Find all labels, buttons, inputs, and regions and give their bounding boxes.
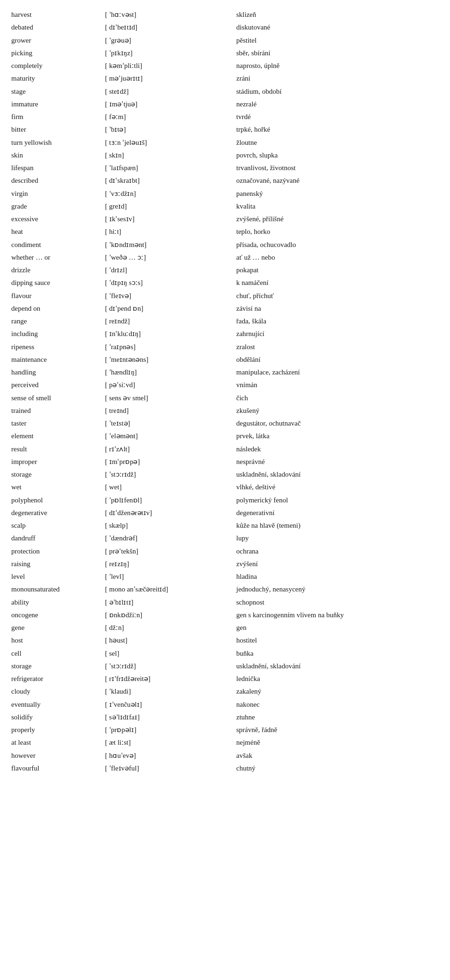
word-cell: properly xyxy=(9,724,103,736)
phonetic-cell: [ məˈjuərɪtɪ] xyxy=(103,72,234,85)
translation-cell: lednička xyxy=(234,673,441,685)
translation-cell: schopnost xyxy=(234,596,441,609)
phonetic-cell: [ ˈhændlɪŋ] xyxy=(103,366,234,379)
translation-cell: následek xyxy=(234,443,441,456)
phonetic-cell: [ skɪn] xyxy=(103,149,234,162)
phonetic-cell: [ æt liːst] xyxy=(103,736,234,749)
table-row: oncogene[ ɒnkɒdžiːn]gen s karcinogenním … xyxy=(9,609,441,621)
phonetic-cell: [ sens əv smel] xyxy=(103,392,234,404)
word-cell: excessive xyxy=(9,213,103,225)
word-cell: grade xyxy=(9,200,103,213)
translation-cell: trpké, hořké xyxy=(234,123,441,136)
phonetic-cell: [ treɪnd] xyxy=(103,404,234,417)
table-row: improper[ ɪmˈprɒpə]nesprávné xyxy=(9,456,441,468)
word-cell: wet xyxy=(9,481,103,494)
table-row: flavour[ ˈfleɪvə]chuť, příchuť xyxy=(9,290,441,302)
word-cell: stage xyxy=(9,85,103,98)
table-row: however[ hɑuˈevə]avšak xyxy=(9,749,441,762)
phonetic-cell: [ ˈraɪpnəs] xyxy=(103,341,234,353)
phonetic-cell: [ ˈklaudi] xyxy=(103,685,234,698)
word-cell: oncogene xyxy=(9,609,103,621)
word-cell: sense of smell xyxy=(9,392,103,404)
phonetic-cell: [ ˈdɪpɪŋ sɔːs] xyxy=(103,277,234,289)
translation-cell: ochrana xyxy=(234,545,441,558)
table-row: host[ həust]hostitel xyxy=(9,634,441,647)
table-row: level[ ˈlevl]hladina xyxy=(9,570,441,583)
translation-cell: jednoduchý, nenasycený xyxy=(234,583,441,596)
word-cell: handling xyxy=(9,366,103,379)
word-cell: skin xyxy=(9,149,103,162)
table-row: perceived[ pəˈsiːvd]vnímán xyxy=(9,379,441,391)
phonetic-cell: [ kəmˈpliːtli] xyxy=(103,60,234,72)
table-row: at least[ æt liːst]nejméně xyxy=(9,736,441,749)
translation-cell: nakonec xyxy=(234,698,441,711)
word-cell: condiment xyxy=(9,239,103,251)
translation-cell: uskladnění, skladování xyxy=(234,468,441,481)
translation-cell: lupy xyxy=(234,532,441,545)
word-cell: degenerative xyxy=(9,507,103,519)
table-row: gene[ džːn]gen xyxy=(9,621,441,634)
phonetic-cell: [ ˈweðə … ɔː] xyxy=(103,251,234,264)
translation-cell: tvrdé xyxy=(234,111,441,123)
table-row: ability[ əˈbɪlɪtɪ]schopnost xyxy=(9,596,441,609)
translation-cell: zakalený xyxy=(234,685,441,698)
phonetic-cell: [ ˈpɪkɪŋz] xyxy=(103,47,234,60)
word-cell: monounsaturated xyxy=(9,583,103,596)
phonetic-cell: [ dɪˈbeɪtɪd] xyxy=(103,21,234,34)
phonetic-cell: [ rɪˈzʌlt] xyxy=(103,443,234,456)
phonetic-cell: [ əˈbɪlɪtɪ] xyxy=(103,596,234,609)
table-row: dipping sauce[ ˈdɪpɪŋ sɔːs]k namáčení xyxy=(9,277,441,289)
translation-cell: avšak xyxy=(234,749,441,762)
table-row: completely[ kəmˈpliːtli]naprosto, úplně xyxy=(9,60,441,72)
vocabulary-table: harvest[ ˈhɑːvəst]sklizeňdebated[ dɪˈbeɪ… xyxy=(9,8,441,775)
word-cell: taster xyxy=(9,417,103,430)
table-row: raising[ reɪzɪŋ]zvýšení xyxy=(9,558,441,570)
translation-cell: degenerativní xyxy=(234,507,441,519)
word-cell: however xyxy=(9,749,103,762)
table-row: storage[ ˈstɔːrɪdž]uskladnění, skladován… xyxy=(9,468,441,481)
phonetic-cell: [ ˈstɔːrɪdž] xyxy=(103,660,234,673)
table-row: excessive[ ɪkˈsesɪv]zvýšené, přílišné xyxy=(9,213,441,225)
translation-cell: panenský xyxy=(234,187,441,200)
phonetic-cell: [ ˈteɪstə] xyxy=(103,417,234,430)
translation-cell: ať už … nebo xyxy=(234,251,441,264)
table-row: including[ ɪnˈkluːdɪŋ]zahrnující xyxy=(9,328,441,340)
phonetic-cell: [ steɪdž] xyxy=(103,85,234,98)
translation-cell: polymerický fenol xyxy=(234,494,441,507)
table-row: taster[ ˈteɪstə]degustátor, ochutnavač xyxy=(9,417,441,430)
phonetic-cell: [ ˈeləmənt] xyxy=(103,430,234,442)
word-cell: eventually xyxy=(9,698,103,711)
phonetic-cell: [ mono anˈsæčəreitɪd] xyxy=(103,583,234,596)
translation-cell: čich xyxy=(234,392,441,404)
table-row: properly[ ˈprɒpəlɪ]správně, řádně xyxy=(9,724,441,736)
phonetic-cell: [ skælp] xyxy=(103,519,234,532)
phonetic-cell: [ ˈdrɪzl] xyxy=(103,264,234,277)
phonetic-cell: [ ˈdændrəf] xyxy=(103,532,234,545)
translation-cell: zahrnující xyxy=(234,328,441,340)
table-row: protection[ prəˈtekšn]ochrana xyxy=(9,545,441,558)
table-row: whether … or[ ˈweðə … ɔː]ať už … nebo xyxy=(9,251,441,264)
phonetic-cell: [ səˈlɪdɪfaɪ] xyxy=(103,711,234,724)
table-row: firm[ fəːm]tvrdé xyxy=(9,111,441,123)
phonetic-cell: [ rɪˈfrɪdžəreitə] xyxy=(103,673,234,685)
table-row: virgin[ ˈvɜːdžɪn]panenský xyxy=(9,187,441,200)
translation-cell: označované, nazývané xyxy=(234,174,441,187)
translation-cell: zkušený xyxy=(234,404,441,417)
translation-cell: nezralé xyxy=(234,98,441,111)
word-cell: depend on xyxy=(9,302,103,315)
table-row: harvest[ ˈhɑːvəst]sklizeň xyxy=(9,8,441,21)
word-cell: completely xyxy=(9,60,103,72)
translation-cell: obdělání xyxy=(234,353,441,366)
table-row: bitter[ ˈbɪtə]trpké, hořké xyxy=(9,123,441,136)
table-row: heat[ hiːt]teplo, horko xyxy=(9,225,441,238)
word-cell: flavour xyxy=(9,290,103,302)
table-row: polyphenol[ ˈpɒlɪfenɒl]polymerický fenol xyxy=(9,494,441,507)
phonetic-cell: [ fəːm] xyxy=(103,111,234,123)
translation-cell: stádium, období xyxy=(234,85,441,98)
word-cell: trained xyxy=(9,404,103,417)
word-cell: harvest xyxy=(9,8,103,21)
word-cell: storage xyxy=(9,468,103,481)
word-cell: refrigerator xyxy=(9,673,103,685)
table-row: stage[ steɪdž]stádium, období xyxy=(9,85,441,98)
word-cell: whether … or xyxy=(9,251,103,264)
